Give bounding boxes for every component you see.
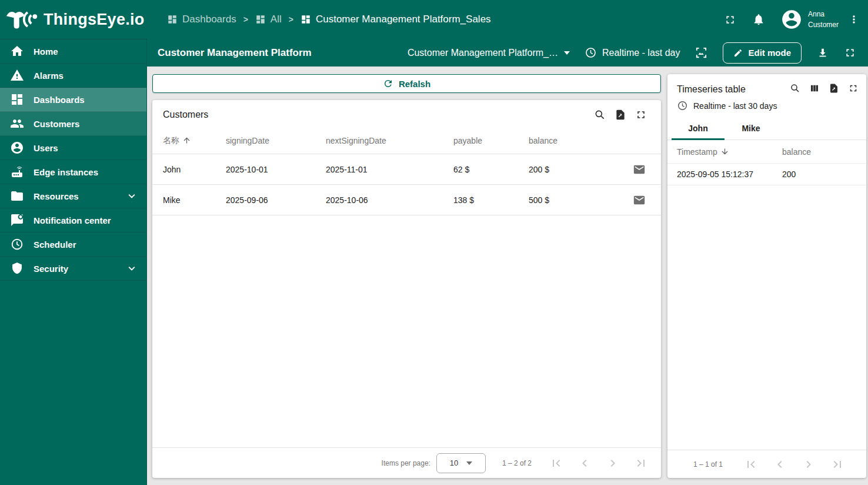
person-circle-icon (10, 141, 24, 155)
sidebar: Home Alarms Dashboards Customers Users E… (0, 39, 147, 485)
breadcrumb-all[interactable]: All (255, 14, 282, 25)
sidebar-item-alarms[interactable]: Alarms (0, 64, 146, 88)
search-icon[interactable] (594, 109, 606, 121)
sort-ascending-icon (182, 136, 191, 145)
search-icon[interactable] (790, 83, 800, 94)
breadcrumb: Dashboards > All > Customer Management P… (167, 14, 491, 25)
sidebar-item-label: Users (34, 143, 138, 153)
paginator-nav (549, 456, 648, 470)
timeseries-tabs: John Mike (667, 117, 866, 140)
edit-mode-button[interactable]: Edit mode (723, 42, 802, 64)
sidebar-item-label: Security (34, 264, 116, 274)
breadcrumb-current-dashboard[interactable]: Customer Management Platform_Sales (301, 14, 491, 25)
cell-payable: 138 $ (453, 195, 529, 205)
tab-mike[interactable]: Mike (725, 117, 777, 139)
refresh-label: Refalsh (399, 79, 430, 89)
user-name: Anna Customer (808, 9, 839, 30)
column-header-name[interactable]: 名称 (163, 135, 226, 146)
table-row[interactable]: Mike 2025-09-06 2025-10-06 138 $ 500 $ (152, 184, 661, 215)
top-header: ThingsEye.io Dashboards > All > Customer… (0, 0, 868, 39)
user-avatar-icon[interactable] (780, 8, 803, 31)
next-page-icon[interactable] (802, 457, 816, 471)
cell-name: Mike (163, 195, 226, 205)
sidebar-item-dashboards[interactable]: Dashboards (0, 88, 146, 112)
sidebar-item-scheduler[interactable]: Scheduler (0, 232, 146, 257)
column-header-balance[interactable]: balance (782, 147, 857, 157)
page-size-select[interactable]: 10 (436, 453, 486, 473)
tab-john[interactable]: John (672, 117, 725, 139)
column-header-timestamp[interactable]: Timestamp (677, 147, 782, 157)
sidebar-item-resources[interactable]: Resources (0, 184, 146, 208)
customers-table: 名称 signingDate nextSigningDate payable b… (152, 127, 661, 215)
column-label: balance (782, 147, 811, 157)
refresh-button[interactable]: Refalsh (152, 74, 661, 93)
column-header-signingdate[interactable]: signingDate (226, 136, 326, 145)
previous-page-icon[interactable] (773, 457, 787, 471)
column-label: balance (529, 136, 557, 145)
fullscreen-icon[interactable] (844, 46, 856, 59)
page-range-label: 1 – 1 of 1 (693, 460, 723, 469)
brand-logo[interactable]: ThingsEye.io (0, 6, 147, 33)
timeseries-paginator: 1 – 1 of 1 (667, 450, 866, 478)
sidebar-item-security[interactable]: Security (0, 257, 146, 281)
more-options-icon[interactable] (848, 14, 860, 25)
sidebar-item-notification-center[interactable]: Notification center (0, 208, 146, 232)
previous-page-icon[interactable] (577, 456, 592, 470)
breadcrumb-dashboards[interactable]: Dashboards (167, 14, 236, 25)
expand-widget-icon[interactable] (848, 83, 859, 94)
breadcrumb-separator: > (243, 15, 248, 24)
timewindow-button[interactable]: Realtime - last 30 days (667, 95, 866, 114)
email-icon[interactable] (633, 194, 646, 207)
timeseries-table-header: Timestamp balance (667, 140, 866, 163)
notifications-bell-icon[interactable] (752, 13, 765, 26)
clock-icon (677, 100, 688, 111)
sidebar-item-edge-instances[interactable]: Edge instances (0, 160, 146, 184)
edit-mode-label: Edit mode (748, 48, 791, 58)
dashboard-title: Customer Management Platform (158, 47, 312, 59)
dashboard-toolbar: Customer Management Platform Customer Ma… (147, 39, 868, 67)
chevron-down-icon[interactable] (125, 262, 138, 275)
customers-widget-header: Customers (152, 100, 661, 127)
expand-widget-icon[interactable] (635, 109, 647, 121)
column-label: Timestamp (677, 147, 717, 157)
timewindow-label: Realtime - last day (602, 48, 680, 58)
notification-chat-icon (10, 213, 24, 227)
column-header-balance[interactable]: balance (529, 136, 632, 145)
next-page-icon[interactable] (606, 456, 620, 470)
screenshot-image-icon[interactable] (695, 46, 708, 59)
customers-widget: Customers 名称 (152, 100, 661, 478)
customers-paginator: Items per page: 10 1 – 2 of 2 (152, 447, 661, 478)
download-icon[interactable] (816, 46, 829, 59)
dashboard-grid-icon (167, 14, 178, 25)
warning-triangle-icon (10, 68, 24, 82)
items-per-page-label: Items per page: (382, 459, 430, 467)
page-size-value: 10 (450, 459, 458, 467)
shield-icon (10, 261, 24, 275)
columns-icon[interactable] (809, 83, 820, 94)
table-row[interactable]: John 2025-10-01 2025-11-01 62 $ 200 $ (152, 154, 661, 184)
fullscreen-icon[interactable] (724, 14, 736, 26)
last-page-icon[interactable] (634, 456, 648, 470)
breadcrumb-label: Customer Management Platform_Sales (316, 14, 491, 25)
export-file-icon[interactable] (615, 109, 626, 121)
sidebar-item-label: Edge instances (34, 167, 138, 177)
sidebar-item-customers[interactable]: Customers (0, 112, 146, 136)
sidebar-item-home[interactable]: Home (0, 39, 146, 64)
table-row[interactable]: 2025-09-05 15:12:37 200 (667, 163, 866, 185)
last-page-icon[interactable] (830, 457, 844, 471)
folder-icon (10, 189, 24, 203)
export-file-icon[interactable] (829, 83, 839, 94)
pencil-icon (733, 48, 743, 58)
first-page-icon[interactable] (549, 456, 563, 470)
column-header-payable[interactable]: payable (453, 136, 529, 145)
breadcrumb-separator: > (289, 15, 293, 24)
chevron-down-icon[interactable] (125, 190, 138, 202)
cell-name: John (163, 165, 226, 174)
dashboard-state-select[interactable]: Customer Management Platform_… (408, 48, 570, 58)
sidebar-item-label: Resources (34, 191, 116, 201)
timewindow-button[interactable]: Realtime - last day (585, 46, 680, 59)
sidebar-item-users[interactable]: Users (0, 136, 146, 160)
first-page-icon[interactable] (744, 457, 758, 471)
column-header-nextsigningdate[interactable]: nextSigningDate (326, 136, 453, 145)
email-icon[interactable] (633, 163, 646, 176)
